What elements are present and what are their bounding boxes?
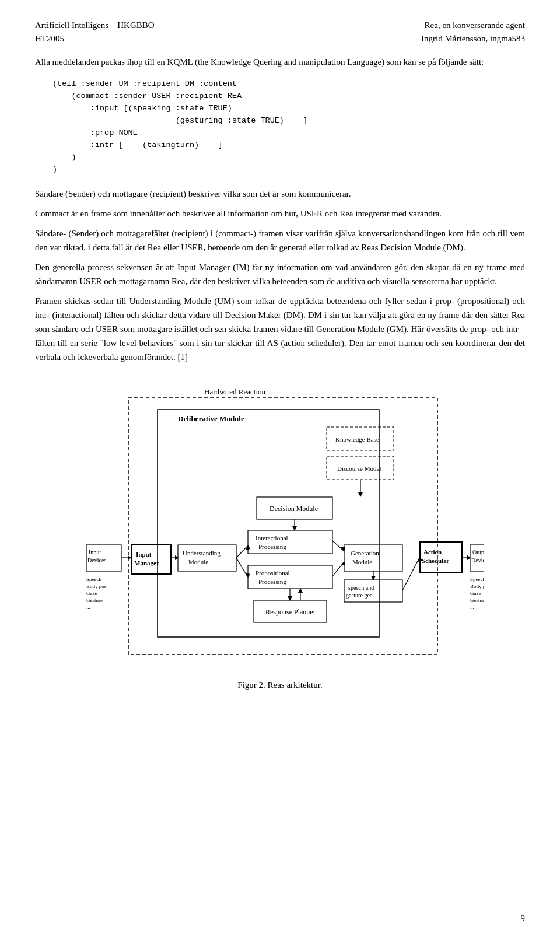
svg-text:gesture gen.: gesture gen. <box>346 592 374 599</box>
svg-text:Deliberative Module: Deliberative Module <box>178 414 244 423</box>
paragraph-1: Sändare (Sender) och mottagare (recipien… <box>35 187 525 201</box>
svg-marker-74 <box>341 561 345 566</box>
svg-line-61 <box>332 541 344 551</box>
paragraph-2: Commact är en frame som innehåller och b… <box>35 207 525 221</box>
svg-text:Knowledge Base: Knowledge Base <box>335 436 379 443</box>
svg-text:Generation: Generation <box>351 550 379 557</box>
svg-marker-62 <box>341 547 345 552</box>
rea-architecture-svg: Hardwired Reaction Deliberative Module K… <box>76 382 484 673</box>
svg-text:Input: Input <box>136 551 152 558</box>
svg-text:Speech: Speech <box>86 576 102 582</box>
svg-text:Manager: Manager <box>134 559 159 566</box>
svg-rect-26 <box>344 580 402 602</box>
svg-text:Speech: Speech <box>470 576 484 582</box>
course-code: HT2005 <box>35 32 155 46</box>
svg-text:Input: Input <box>89 549 101 555</box>
svg-text:Action: Action <box>424 548 442 555</box>
page-number: 9 <box>521 914 526 923</box>
svg-text:Devices: Devices <box>471 557 484 564</box>
svg-text:Processing: Processing <box>258 543 286 550</box>
svg-text:Gesture: Gesture <box>470 597 484 603</box>
author-name: Ingrid Mårtensson, ingma583 <box>421 32 525 46</box>
svg-text:Understanding: Understanding <box>183 550 220 557</box>
paragraph-3: Sändare- (Sender) och mottagarefältet (r… <box>35 226 525 254</box>
svg-text:Discourse Model: Discourse Model <box>337 465 381 472</box>
svg-text:Propositional: Propositional <box>256 569 290 576</box>
svg-text:Processing: Processing <box>258 578 286 585</box>
svg-text:Interactional: Interactional <box>256 534 288 541</box>
svg-text:Gaze: Gaze <box>470 590 481 596</box>
svg-text:Body pos.: Body pos. <box>470 583 484 589</box>
svg-marker-58 <box>245 573 250 578</box>
svg-line-55 <box>236 546 247 558</box>
header-left: Artificiell Intelligens – HKGBBO HT2005 <box>35 19 155 45</box>
svg-text:Hardwired Reaction: Hardwired Reaction <box>204 387 266 396</box>
diagram-caption: Figur 2. Reas arkitektur. <box>35 680 525 690</box>
intro-paragraph: Alla meddelanden packas ihop till en KQM… <box>35 55 525 69</box>
svg-text:Module: Module <box>188 558 208 565</box>
svg-text:Output: Output <box>473 549 484 555</box>
architecture-diagram: Hardwired Reaction Deliberative Module K… <box>76 382 484 673</box>
header-right: Rea, en konverserande agent Ingrid Mårte… <box>421 19 525 45</box>
svg-rect-1 <box>128 398 438 655</box>
svg-text:Decision Module: Decision Module <box>270 505 318 513</box>
svg-text:...: ... <box>470 604 474 610</box>
svg-text:Body pos.: Body pos. <box>86 583 108 589</box>
svg-text:Module: Module <box>352 558 372 565</box>
svg-rect-2 <box>158 410 379 637</box>
svg-text:Gesture: Gesture <box>86 597 103 603</box>
page-header: Artificiell Intelligens – HKGBBO HT2005 … <box>35 19 525 45</box>
paragraph-5: Framen skickas sedan till Understanding … <box>35 294 525 364</box>
svg-line-69 <box>402 558 419 590</box>
svg-text:Gaze: Gaze <box>86 590 97 596</box>
svg-text:Devices: Devices <box>88 557 106 564</box>
svg-marker-9 <box>358 492 363 497</box>
svg-text:speech and: speech and <box>348 585 374 591</box>
kqml-code-block: (tell :sender UM :recipient DM :content … <box>52 78 525 176</box>
svg-rect-12 <box>248 530 332 554</box>
svg-text:Scheduler: Scheduler <box>422 557 449 564</box>
report-title: Rea, en konverserande agent <box>421 19 525 32</box>
course-title: Artificiell Intelligens – HKGBBO <box>35 19 155 32</box>
paragraph-4: Den generella process sekvensen är att I… <box>35 260 525 288</box>
svg-text:...: ... <box>86 604 90 610</box>
svg-rect-15 <box>248 565 332 589</box>
svg-text:Response Planner: Response Planner <box>265 608 316 616</box>
